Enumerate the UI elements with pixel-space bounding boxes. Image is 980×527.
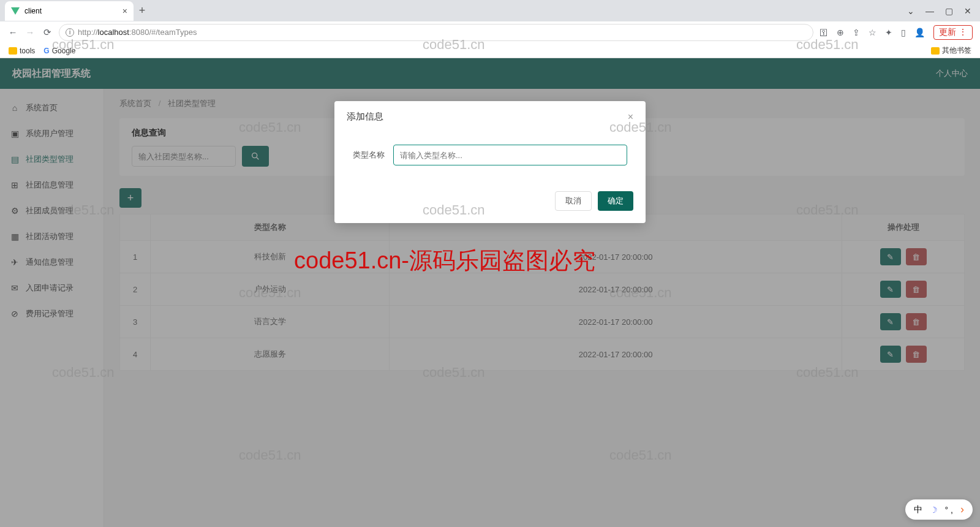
modal-close-icon[interactable]: × [628, 112, 633, 123]
google-icon: G [43, 47, 49, 55]
ime-toolbar[interactable]: 中 ☽ ° , › [905, 499, 973, 520]
ime-lang[interactable]: 中 [914, 504, 922, 515]
bookmark-google[interactable]: GGoogle [43, 47, 75, 55]
url-rest: :8080/#/teamTypes [129, 28, 197, 37]
password-icon[interactable]: ⚿ [820, 28, 828, 37]
folder-icon [9, 47, 17, 55]
window-dropdown-icon[interactable]: ⌄ [907, 6, 914, 16]
bookmark-star-icon[interactable]: ☆ [869, 28, 876, 37]
site-info-icon[interactable]: i [66, 28, 74, 37]
browser-tab[interactable]: client × [5, 1, 134, 21]
address-bar: ← → ⟳ i http:// localhost :8080/#/teamTy… [0, 21, 980, 43]
modal-title: 添加信息 [347, 111, 383, 123]
reload-icon[interactable]: ⟳ [42, 27, 53, 38]
bookmark-tools[interactable]: tools [9, 47, 35, 55]
vue-favicon [11, 7, 20, 15]
field-label: 类型名称 [353, 150, 385, 161]
minimize-icon[interactable]: — [925, 6, 934, 16]
type-name-input[interactable] [393, 145, 627, 165]
share-icon[interactable]: ⇪ [853, 28, 860, 37]
tab-title: client [24, 7, 42, 15]
browser-chrome: client × + ⌄ — ▢ ✕ ← → ⟳ i http:// local… [0, 0, 980, 58]
ime-dots[interactable]: ° , [945, 505, 953, 515]
maximize-icon[interactable]: ▢ [945, 6, 953, 16]
bookmarks-bar: tools GGoogle 其他书签 [0, 43, 980, 58]
folder-icon [931, 47, 940, 55]
window-controls: ⌄ — ▢ ✕ [907, 6, 980, 16]
zoom-icon[interactable]: ⊕ [837, 28, 844, 37]
bookmark-other[interactable]: 其他书签 [931, 45, 971, 56]
url-scheme: http:// [78, 28, 98, 37]
add-modal: 添加信息 × 类型名称 取消 确定 [334, 101, 646, 223]
forward-icon[interactable]: → [24, 27, 36, 37]
new-tab-button[interactable]: + [134, 4, 151, 17]
extensions-icon[interactable]: ✦ [885, 28, 892, 37]
profile-icon[interactable]: 👤 [914, 28, 925, 37]
update-button[interactable]: 更新 ⋮ [933, 25, 973, 40]
ime-expand-icon[interactable]: › [960, 503, 964, 516]
tab-bar: client × + ⌄ — ▢ ✕ [0, 0, 980, 21]
close-window-icon[interactable]: ✕ [964, 6, 971, 16]
ok-button[interactable]: 确定 [598, 191, 633, 211]
back-icon[interactable]: ← [7, 27, 18, 37]
close-tab-icon[interactable]: × [123, 6, 127, 16]
ime-moon-icon[interactable]: ☽ [930, 505, 938, 515]
url-field[interactable]: i http:// localhost :8080/#/teamTypes [59, 24, 813, 41]
cancel-button[interactable]: 取消 [555, 191, 592, 211]
url-host: localhost [98, 28, 129, 37]
modal-overlay[interactable]: 添加信息 × 类型名称 取消 确定 [0, 58, 980, 527]
sidepanel-icon[interactable]: ▯ [901, 28, 906, 37]
